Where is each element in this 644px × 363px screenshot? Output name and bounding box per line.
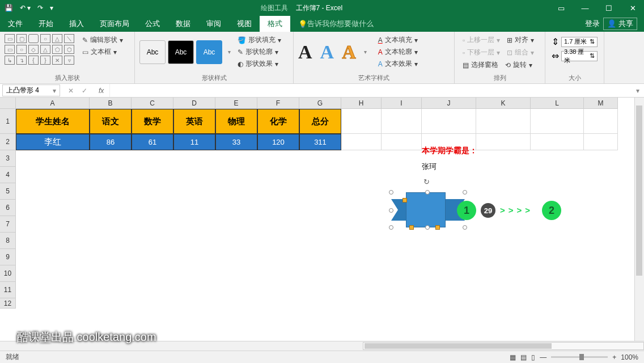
shape-gallery[interactable]: ▭▢○△＼ ▭○◇△⬠⬡ ↳↴{}✕▿ <box>5 34 74 65</box>
vertical-scrollbar[interactable] <box>634 98 644 341</box>
cell[interactable]: 语文 <box>90 109 132 134</box>
text-fill-button[interactable]: A 文本填充 ▾ <box>375 34 421 46</box>
name-box[interactable]: 上凸带形 4▾ <box>2 85 60 96</box>
tab-home[interactable]: 开始 <box>31 16 61 32</box>
cell[interactable]: 化学 <box>257 109 299 134</box>
row-header[interactable]: 5 <box>0 183 16 200</box>
row-header[interactable]: 1 <box>0 109 16 134</box>
accept-fx-icon[interactable]: ✓ <box>82 87 87 95</box>
height-input[interactable]: 1.7 厘米⇅ <box>561 37 598 47</box>
cell[interactable] <box>476 109 531 134</box>
resize-handle[interactable] <box>463 225 467 230</box>
cell[interactable]: 物理 <box>215 109 257 134</box>
style-more-icon[interactable]: ▾ <box>224 49 234 55</box>
text-effect-button[interactable]: A 文本效果 ▾ <box>375 58 421 70</box>
row-header[interactable]: 12 <box>0 298 16 309</box>
save-icon[interactable]: 💾 <box>5 4 13 12</box>
cell[interactable] <box>341 134 382 150</box>
wordart-style-2[interactable]: A <box>320 41 334 63</box>
cell[interactable] <box>422 109 476 134</box>
view-page-icon[interactable]: ▤ <box>520 353 527 361</box>
shape-style-1[interactable]: Abc <box>139 40 166 64</box>
select-all-corner[interactable] <box>0 98 16 109</box>
text-outline-button[interactable]: A 文本轮廓 ▾ <box>375 46 421 58</box>
cell[interactable]: 数学 <box>132 109 173 134</box>
formula-input[interactable] <box>109 84 632 97</box>
cell[interactable]: 学生姓名 <box>16 109 90 134</box>
col-header[interactable]: G <box>299 98 341 109</box>
zoom-level[interactable]: 100% <box>621 353 638 361</box>
rotate-button[interactable]: ⟲ 旋转 ▾ <box>502 59 536 71</box>
view-break-icon[interactable]: ▯ <box>531 353 535 361</box>
col-header[interactable]: C <box>132 98 173 109</box>
tab-data[interactable]: 数据 <box>168 16 198 32</box>
shape-fill-button[interactable]: 🪣 形状填充 ▾ <box>234 34 285 46</box>
bring-forward-button[interactable]: ▫ 上移一层 ▾ <box>459 34 503 46</box>
view-normal-icon[interactable]: ▦ <box>510 353 516 361</box>
redo-icon[interactable]: ↷ <box>37 4 43 12</box>
resize-handle[interactable] <box>389 208 393 213</box>
shape-style-3[interactable]: Abc <box>196 40 222 64</box>
share-button[interactable]: 👤 共享 <box>603 18 637 30</box>
row-header[interactable]: 11 <box>0 282 16 298</box>
edit-shape-button[interactable]: ✎ 编辑形状 ▾ <box>79 34 126 46</box>
selected-ribbon-shape[interactable]: ↻ <box>391 192 465 227</box>
col-header[interactable]: I <box>382 98 422 109</box>
col-header[interactable]: E <box>215 98 257 109</box>
col-header[interactable]: J <box>422 98 476 109</box>
zoom-out-icon[interactable]: — <box>540 353 546 361</box>
login-link[interactable]: 登录 <box>585 19 600 29</box>
cell[interactable] <box>341 109 382 134</box>
cell[interactable]: 总分 <box>299 109 341 134</box>
resize-handle[interactable] <box>425 225 430 230</box>
tab-layout[interactable]: 页面布局 <box>92 16 137 32</box>
cell[interactable] <box>382 134 422 150</box>
cell[interactable] <box>584 109 618 134</box>
send-backward-button[interactable]: ▫ 下移一层 ▾ <box>459 47 503 58</box>
cell[interactable] <box>382 109 422 134</box>
row-header[interactable]: 6 <box>0 200 16 216</box>
col-header[interactable]: L <box>531 98 584 109</box>
group-button[interactable]: ⊡ 组合 ▾ <box>503 47 537 58</box>
shape-outline-button[interactable]: ✎ 形状轮廓 ▾ <box>234 46 285 58</box>
cell[interactable]: 李红 <box>16 134 90 150</box>
fx-icon[interactable]: fx <box>93 87 109 95</box>
close-icon[interactable]: ✕ <box>621 0 644 16</box>
col-header[interactable]: D <box>173 98 215 109</box>
col-header[interactable]: M <box>584 98 618 109</box>
tell-me[interactable]: 💡 告诉我你想要做什么 <box>290 16 382 32</box>
zoom-slider[interactable] <box>551 356 608 358</box>
adjust-handle[interactable] <box>409 225 414 230</box>
cell[interactable] <box>531 109 584 134</box>
row-header[interactable]: 8 <box>0 233 16 249</box>
resize-handle[interactable] <box>389 225 393 230</box>
tab-view[interactable]: 视图 <box>229 16 260 32</box>
col-header[interactable]: A <box>16 98 90 109</box>
minimize-icon[interactable]: — <box>574 0 596 16</box>
resize-handle[interactable] <box>463 190 467 195</box>
adjust-handle[interactable] <box>402 198 407 202</box>
tab-formula[interactable]: 公式 <box>137 16 168 32</box>
maximize-icon[interactable]: ☐ <box>598 0 620 16</box>
cell[interactable]: 33 <box>215 134 257 150</box>
cell[interactable] <box>531 134 584 150</box>
rotate-handle-icon[interactable]: ↻ <box>423 178 431 185</box>
row-header[interactable]: 3 <box>0 150 16 167</box>
col-header[interactable]: F <box>257 98 299 109</box>
selection-pane-button[interactable]: ▤ 选择窗格 <box>459 59 502 71</box>
cell[interactable]: 311 <box>299 134 341 150</box>
cell[interactable]: 120 <box>257 134 299 150</box>
col-header[interactable]: H <box>341 98 382 109</box>
tab-file[interactable]: 文件 <box>0 16 31 32</box>
resize-handle[interactable] <box>425 190 430 195</box>
row-header[interactable]: 2 <box>0 134 16 150</box>
tab-review[interactable]: 审阅 <box>198 16 229 32</box>
cancel-fx-icon[interactable]: ✕ <box>68 87 74 95</box>
wordart-style-3[interactable]: A <box>342 41 356 63</box>
wordart-more-icon[interactable]: ▾ <box>364 49 367 55</box>
ribbon-options-icon[interactable]: ▭ <box>550 0 573 16</box>
shape-style-2[interactable]: Abc <box>168 40 194 64</box>
row-header[interactable]: 7 <box>0 216 16 233</box>
wordart-style-1[interactable]: A <box>298 41 312 63</box>
row-header[interactable]: 4 <box>0 167 16 183</box>
